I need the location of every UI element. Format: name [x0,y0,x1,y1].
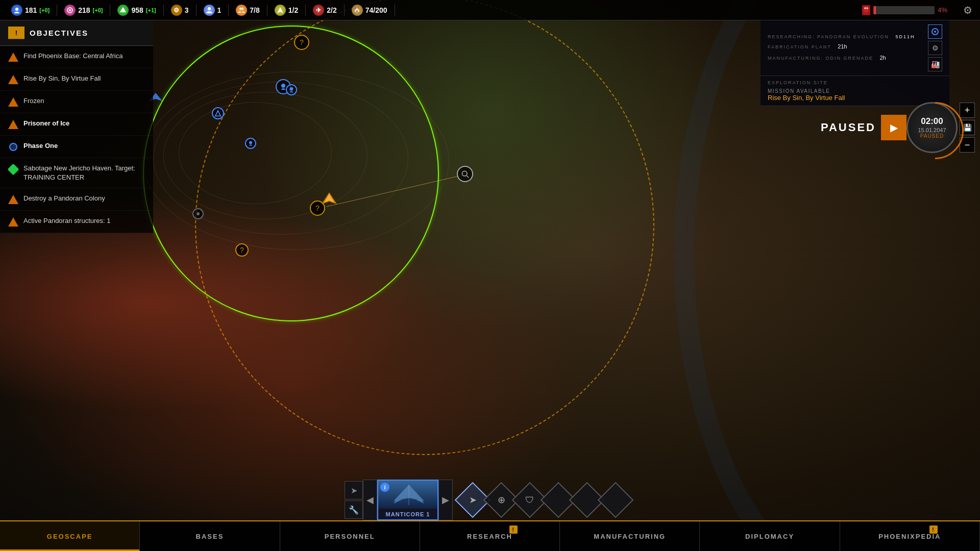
resource-tech[interactable]: ⚙ 3 [164,5,197,16]
map-marker-question-mid[interactable]: ? [235,243,249,257]
resource-mutagens[interactable]: 218 [+0] [57,5,110,16]
prev-aircraft-button[interactable]: ◀ [363,480,377,520]
map-marker-4[interactable] [245,138,256,149]
diamond-icon-6 [8,164,19,176]
svg-point-17 [241,8,243,10]
triangle-icon-1 [8,53,18,62]
svg-point-11 [15,8,18,11]
aircraft-icon [275,5,286,16]
threat-percent: 4% [938,6,947,14]
researching-time: 5d11h [895,34,915,39]
mutagens-value: 218 [78,6,90,14]
svg-point-16 [239,8,241,10]
svg-point-0 [281,84,285,88]
resource-aircraft[interactable]: 1/2 [267,5,306,16]
map-marker-question-top[interactable]: ? [294,35,309,50]
map-marker-3[interactable] [212,107,224,119]
wrench-button[interactable]: 🔧 [345,500,363,519]
bullet-orange-1 [8,52,18,62]
hud-right: 4% ⚙ [855,2,976,18]
objective-phase-one[interactable]: Phase One [0,136,153,158]
materials-value: 958 [131,6,143,14]
planes-icon: ✈ [313,5,324,16]
svg-point-22 [865,7,866,9]
marker-blue-2[interactable] [286,84,297,95]
researching-label-text: RESEARCHING: PANDORAN EVOLUTION [768,34,889,39]
radar-circle [143,26,439,321]
tech-value: 3 [185,6,189,14]
shield-icon: 🛡 [525,495,534,506]
objective-sabotage[interactable]: Sabotage New Jericho Haven. Target: TRAI… [0,158,153,188]
researching-label: RESEARCHING: PANDORAN EVOLUTION 5d11h [768,34,915,39]
nav-personnel[interactable]: PERSONNEL [280,521,420,551]
gear-icon-btn[interactable]: ⚙ [928,41,942,55]
resource-materials[interactable]: 958 [+1] [110,5,163,16]
objective-prisoner[interactable]: Prisoner of Ice [0,113,153,136]
marker-q-top[interactable]: ? [294,35,309,50]
svg-point-15 [208,7,211,10]
factory-icon-btn[interactable]: 🏭 [928,57,942,71]
resource-planes[interactable]: ✈ 2/2 [306,5,344,16]
map-marker-search[interactable] [457,166,473,182]
nav-phoenixpedia[interactable]: PHOENIXPEDIA ! [840,521,980,551]
objective-find-phoenix[interactable]: Find Phoenix Base: Central Africa [0,46,153,68]
research-info: RESEARCHING: PANDORAN EVOLUTION 5d11h FA… [768,34,915,62]
nav-geoscape[interactable]: GEOSCAPE [0,521,140,551]
svg-point-1 [290,87,293,91]
marker-small[interactable] [192,208,204,219]
paused-status: PAUSED [920,133,944,139]
resource-housing[interactable]: 🏠 74/200 [345,5,395,16]
objective-destroy-colony[interactable]: Destroy a Pandoran Colony [0,188,153,211]
objective-frozen[interactable]: Frozen [0,91,153,113]
materials-icon [117,5,129,16]
svg-marker-2 [215,111,221,116]
svg-rect-20 [865,11,866,12]
research-badge: ! [509,525,518,534]
settings-button[interactable]: ⚙ [960,2,976,18]
nav-bases[interactable]: BASES [140,521,280,551]
resource-soldiers[interactable]: 181 [+0] [4,5,57,16]
nav-diplomacy-label: DIPLOMACY [745,533,794,540]
resource-havens[interactable]: 7/8 [229,5,267,16]
aircraft-panel: ➤ 🔧 ◀ [345,480,635,520]
objective-text-1: Find Phoenix Base: Central Africa [23,52,122,61]
aircraft-card[interactable]: i MANTICORE 1 [377,480,438,520]
triangle-icon-3 [8,97,18,107]
objective-text-7: Destroy a Pandoran Colony [23,194,105,203]
marker-phoenix[interactable] [212,107,224,119]
svg-point-19 [864,6,869,11]
mission-link[interactable]: Rise By Sin, By Virtue Fall [768,94,845,102]
next-aircraft-button[interactable]: ▶ [438,480,453,520]
research-icon-btn[interactable] [928,24,942,39]
bullet-orange-2 [8,74,18,85]
resource-personnel[interactable]: 1 [197,5,229,16]
date-display: 15.01.2047 [918,127,946,133]
action-empty-3[interactable] [598,482,634,518]
nav-geoscape-label: GEOSCAPE [47,533,93,540]
housing-icon: 🏠 [352,5,363,16]
info-panel: RESEARCHING: PANDORAN EVOLUTION 5d11h FA… [761,20,949,106]
svg-point-23 [867,7,868,9]
zoom-in-button[interactable]: + [960,103,975,118]
manufacturing-label: MANUFACTURING: ODIN GRENADE [768,56,873,61]
move-button[interactable]: ➤ [345,481,363,499]
objective-active-structures[interactable]: Active Pandoran structures: 1 [0,211,153,233]
nav-diplomacy[interactable]: DIPLOMACY [700,521,840,551]
svg-marker-18 [277,7,283,13]
objective-rise-by-sin[interactable]: Rise By Sin, By Virtue Fall [0,68,153,91]
play-button[interactable]: ▶ [881,115,906,140]
objective-text-6: Sabotage New Jericho Haven. Target: TRAI… [23,164,145,182]
map-marker-small[interactable] [192,208,204,219]
marker-blue-4[interactable] [245,138,256,149]
marker-search[interactable] [457,166,473,182]
aircraft-value: 1/2 [288,6,298,14]
alien-threat: 4% [855,5,954,15]
personnel-value: 1 [217,6,222,14]
aircraft-on-map[interactable] [319,191,339,209]
map-marker-2[interactable] [286,84,297,95]
nav-research[interactable]: RESEARCH ! [420,521,560,551]
aircraft-nav: ◀ i MAN [363,480,453,520]
marker-q-mid[interactable]: ? [235,243,249,257]
paused-label: PAUSED [821,121,876,134]
nav-manufacturing[interactable]: MANUFACTURING [560,521,700,551]
